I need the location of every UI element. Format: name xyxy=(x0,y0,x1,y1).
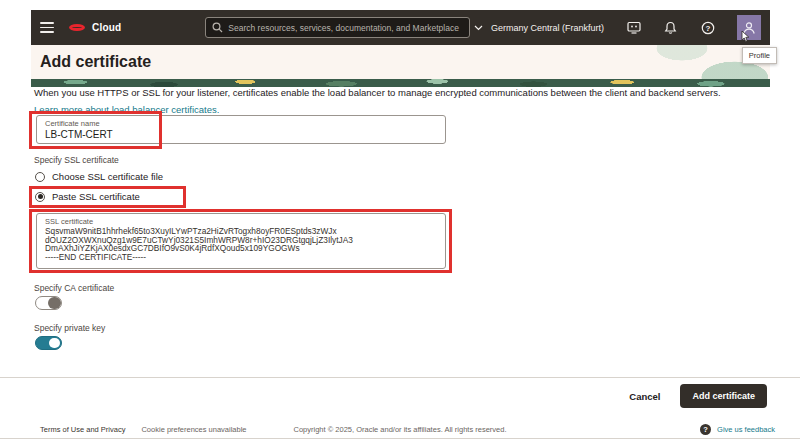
feedback-icon: ? xyxy=(700,424,711,435)
feedback-link[interactable]: Give us feedback xyxy=(717,425,775,434)
top-navbar: Cloud Germany Central (Frankfurt) xyxy=(31,10,770,45)
search-input[interactable] xyxy=(205,17,470,38)
radio-checked-icon xyxy=(35,192,45,202)
help-icon[interactable]: ? xyxy=(700,20,715,35)
radio-choose-ssl-file[interactable]: Choose SSL certificate file xyxy=(35,171,163,182)
menu-icon[interactable] xyxy=(40,22,54,33)
page-header: Add certificate xyxy=(31,45,770,79)
form-description: When you use HTTPS or SSL for your liste… xyxy=(34,88,721,99)
certificate-name-label: Certificate name xyxy=(45,119,437,128)
ca-certificate-toggle[interactable] xyxy=(35,296,62,310)
ssl-section-label: Specify SSL certificate xyxy=(34,155,119,165)
add-certificate-form: When you use HTTPS or SSL for your liste… xyxy=(31,88,770,377)
page-footer: Copyright © 2025, Oracle and/or its affi… xyxy=(0,420,800,439)
console-icon[interactable] xyxy=(626,20,641,35)
search-icon xyxy=(212,22,223,33)
learn-more-link[interactable]: Learn more about load balancer certifica… xyxy=(34,104,219,115)
oracle-logo-icon xyxy=(69,24,85,31)
terms-link[interactable]: Terms of Use and Privacy xyxy=(40,425,125,434)
private-key-section-label: Specify private key xyxy=(34,323,105,333)
decorative-banner xyxy=(31,79,770,87)
region-label: Germany Central (Frankfurt) xyxy=(491,23,604,33)
svg-text:?: ? xyxy=(705,23,710,32)
chevron-down-icon xyxy=(474,25,483,31)
ssl-certificate-label: SSL certificate xyxy=(45,217,437,226)
action-bar: Cancel Add certificate xyxy=(629,384,767,408)
ca-section-label: Specify CA certificate xyxy=(34,283,114,293)
cancel-button[interactable]: Cancel xyxy=(629,391,660,402)
cursor-icon xyxy=(741,31,750,42)
search-bar xyxy=(205,17,470,39)
profile-tooltip: Profile xyxy=(742,47,777,64)
brand-logo[interactable]: Cloud xyxy=(69,22,121,33)
region-selector[interactable]: Germany Central (Frankfurt) xyxy=(474,23,604,33)
brand-label: Cloud xyxy=(92,22,121,33)
page-title: Add certificate xyxy=(40,53,151,71)
profile-button[interactable] xyxy=(737,15,761,40)
radio-unchecked-icon xyxy=(35,172,45,182)
ssl-certificate-textarea[interactable]: SSL certificate SqsvmaW9nitB1hhrhekf65to… xyxy=(36,213,446,269)
add-certificate-button[interactable]: Add certificate xyxy=(680,384,767,408)
ssl-certificate-value: SqsvmaW9nitB1hhrhekf65to3XuyILYwPTza2HiZ… xyxy=(45,227,437,262)
certificate-name-value: LB-CTM-CERT xyxy=(45,129,437,140)
certificate-name-field[interactable]: Certificate name LB-CTM-CERT xyxy=(36,115,446,144)
private-key-toggle[interactable] xyxy=(35,336,62,350)
radio-paste-ssl[interactable]: Paste SSL certificate xyxy=(35,191,140,202)
actions-divider xyxy=(0,377,800,378)
bell-icon[interactable] xyxy=(663,20,678,35)
cookie-preferences-text: Cookie preferences unavailable xyxy=(141,425,246,434)
